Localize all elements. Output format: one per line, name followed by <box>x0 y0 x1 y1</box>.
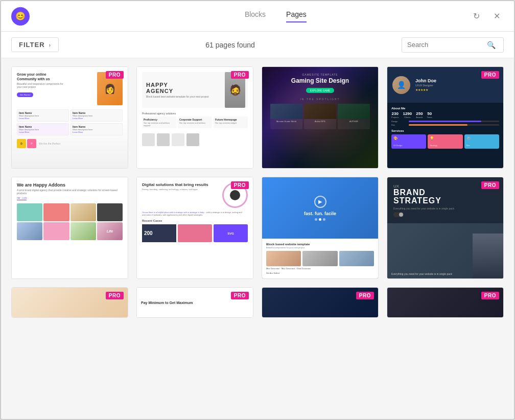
ag-item-2: Corporate Support Our top services and a… <box>178 116 212 128</box>
template-card-community[interactable]: PRO Grow your onlineCommunity with us Be… <box>11 66 128 169</box>
digital-sub: Driving, branding, marketing, technology… <box>142 188 219 191</box>
brand-toggle <box>393 212 497 217</box>
dot-1 <box>315 218 317 221</box>
portfolio-name: John Doe <box>415 78 436 83</box>
template-card-gaming[interactable]: GAMESITE TEMPLATE Gaming Site Design EXP… <box>262 66 379 169</box>
ff-person-row: We Are Skilled <box>266 272 374 274</box>
mini-feat-2: Item Name Short description here Learn M… <box>71 109 123 122</box>
grid-container[interactable]: PRO Grow your onlineCommunity with us Be… <box>1 58 514 419</box>
stats-row: 230 Projects 1290 Clients 250 Awards <box>391 111 499 119</box>
addons-gallery: Life <box>17 203 123 240</box>
template-card-brand[interactable]: PRO UX BRANDSTRATEGY Everything you need… <box>387 177 504 279</box>
stat-4: 50 Years <box>427 111 432 119</box>
brand-strategy-title: BRANDSTRATEGY <box>393 189 497 205</box>
pages-count: 61 pages found <box>59 41 402 49</box>
gaming-spotlight: IN THE SPOTLIGHT <box>268 98 372 101</box>
dutch-pink: P <box>27 139 36 148</box>
gal-2 <box>43 203 69 221</box>
digital-link: I know there is a helpful place with a s… <box>142 211 206 214</box>
card-preview-addons: We are Happy Addons A print brand digita… <box>12 177 128 278</box>
close-button[interactable]: ✕ <box>489 9 504 24</box>
tab-pages[interactable]: Pages <box>286 10 307 22</box>
digital-headline: Digital solutions that bring results <box>142 182 219 187</box>
stat-2: 1290 Clients <box>403 111 412 119</box>
team-2 <box>157 133 170 146</box>
gal-4 <box>97 203 123 221</box>
search-box: 🔍 <box>402 37 504 53</box>
ff-top: ▶ fast. fun. facile <box>262 177 378 239</box>
ff-item-1 <box>266 251 301 266</box>
partial-card-3[interactable]: PRO <box>262 287 379 318</box>
svc-2: 💡 Strategy <box>428 134 462 149</box>
template-card-portfolio[interactable]: PRO 👤 John Doe UI/UX Designer ★★★★★ Abou… <box>387 66 504 169</box>
modal-window: 😊 TEMPLATES Blocks Pages ↻ ✕ FILTER › 61… <box>0 0 515 420</box>
template-card-fastfun[interactable]: ▶ fast. fun. facile Block based website … <box>262 177 379 279</box>
team-1 <box>142 133 155 146</box>
template-card-agency[interactable]: PRO HAPPYAGENCY Block based best website… <box>136 66 253 169</box>
agency-grid: Proficiency Our top services and addons … <box>142 116 248 128</box>
gaming-cards: Monster Hunter World Action RPG <box>268 104 372 129</box>
brand-img-text: Everything you need for your website is … <box>391 272 499 275</box>
g-card-img-1 <box>270 104 302 119</box>
ff-bottom-sub: Beautiful components for your next proje… <box>266 246 374 249</box>
card-preview-agency: HAPPYAGENCY Block based best website tem… <box>137 67 253 168</box>
gaming-content: GAMESITE TEMPLATE Gaming Site Design EXP… <box>262 67 378 135</box>
ff-grid <box>266 251 374 266</box>
card-preview-community: Grow your onlineCommunity with us Beauti… <box>12 67 128 168</box>
pro-badge: PRO <box>106 292 124 299</box>
bottom-grid: PRO PRO Pay Minimum to Get Maximum PRO P… <box>11 287 504 318</box>
pro-badge: PRO <box>356 292 374 299</box>
about-title: About Me <box>391 107 499 110</box>
agency-team-row <box>142 133 248 146</box>
card-preview-fastfun: ▶ fast. fun. facile Block based website … <box>262 177 378 278</box>
toggle-knob <box>399 213 403 217</box>
g-card-body-3: AUTHOR <box>338 119 370 124</box>
pro-badge: PRO <box>106 71 124 79</box>
skill-2: Dev <box>391 124 499 126</box>
svc-3: ⚙️ Dev <box>464 134 499 149</box>
gal-6 <box>43 222 69 240</box>
refresh-button[interactable]: ↻ <box>469 9 483 24</box>
template-card-addons[interactable]: We are Happy Addons A print brand digita… <box>11 177 128 279</box>
toggle-track <box>393 212 404 217</box>
skill-1: Design <box>391 120 499 123</box>
gal-8: Life <box>97 222 123 240</box>
mini-feat-1: Item Name Short description here Learn M… <box>17 109 69 122</box>
header-actions: ↻ ✕ <box>463 9 504 24</box>
ff-bottom: Block based website template Beautiful c… <box>262 239 378 278</box>
agency-features: Professional agency solutions Proficienc… <box>142 112 248 128</box>
pro-badge: PRO <box>231 181 249 189</box>
pro-badge: PRO <box>231 71 249 79</box>
pro-badge: PRO <box>231 292 249 299</box>
tab-blocks[interactable]: Blocks <box>245 10 266 22</box>
gal-5 <box>17 222 42 240</box>
g-card-img-3 <box>338 104 370 119</box>
g-card-body-2: Action RPG <box>304 119 336 124</box>
case-1: 200 <box>142 224 176 242</box>
gal-7 <box>71 222 96 240</box>
filter-button[interactable]: FILTER › <box>11 37 59 52</box>
community-text: Grow your onlineCommunity with us Beauti… <box>17 72 93 98</box>
dutch-yellow: D <box>17 139 26 148</box>
services-grid: 🎨 UI Design 💡 Strategy ⚙️ Dev <box>391 134 499 149</box>
portfolio-info: John Doe UI/UX Designer ★★★★★ <box>415 78 436 91</box>
digital-cases: Recent Cases 200 SVG <box>142 219 248 242</box>
agency-text: HAPPYAGENCY Block based best website tem… <box>146 82 209 98</box>
card-preview-portfolio: 👤 John Doe UI/UX Designer ★★★★★ About Me <box>387 67 503 168</box>
stat-3: 250 Awards <box>416 111 423 119</box>
ff-persons: Max Generator · Max Generator · Dina Gen… <box>266 267 374 270</box>
ff-item-2 <box>302 251 337 266</box>
tab-bar: Blocks Pages <box>88 10 463 22</box>
digital-text: Digital solutions that bring results Dri… <box>142 182 219 208</box>
template-card-digital[interactable]: PRO Digital solutions that bring results… <box>136 177 253 279</box>
case-3: SVG <box>214 224 248 242</box>
partial-card-4[interactable]: PRO <box>387 287 504 318</box>
toolbar: FILTER › 61 pages found 🔍 <box>1 32 514 58</box>
search-input[interactable] <box>407 41 484 49</box>
partial-card-2[interactable]: PRO Pay Minimum to Get Maximum <box>136 287 253 318</box>
templates-grid: PRO Grow your onlineCommunity with us Be… <box>11 66 504 279</box>
card-preview-brand: UX BRANDSTRATEGY Everything you need for… <box>387 177 503 278</box>
g-card-body-1: Monster Hunter World <box>270 119 302 124</box>
partial-card-1[interactable]: PRO <box>11 287 128 318</box>
case-2 <box>178 224 212 242</box>
